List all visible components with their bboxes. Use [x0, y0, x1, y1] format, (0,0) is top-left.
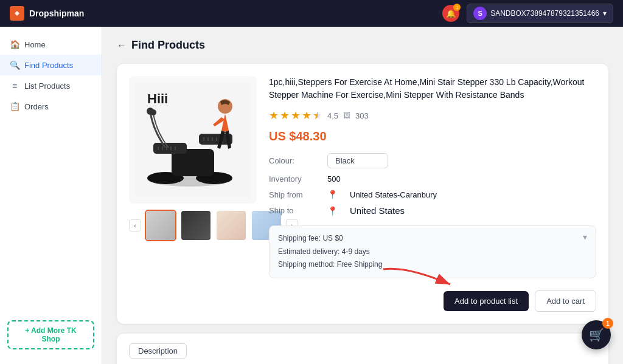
back-button[interactable]: ← [117, 40, 127, 51]
user-menu-button[interactable]: S SANDBOX738947879321351466 ▾ [467, 4, 613, 23]
logo-icon [10, 6, 24, 21]
add-shop-button[interactable]: + Add More TK Shop [7, 320, 94, 349]
star-half: ★★ [313, 109, 322, 122]
sidebar-item-home[interactable]: 🏠 Home [0, 34, 102, 55]
svg-point-20 [150, 109, 156, 115]
product-info: 1pc,hiii,Steppers For Exercise At Home,M… [269, 76, 596, 312]
star-4: ★ [302, 109, 312, 122]
colour-row: Colour: [269, 153, 596, 168]
star-3: ★ [291, 109, 301, 122]
shipping-delivery: Estimated delivery: 4-9 days [278, 246, 382, 259]
ship-from-location-icon: 📍 [327, 190, 338, 199]
rating-value: 4.5 [327, 111, 338, 120]
review-icon: 🖼 [343, 111, 350, 120]
ship-from-value: United States-Caranbury [350, 190, 437, 199]
shipping-details: Shipping fee: US $0 Estimated delivery: … [278, 232, 382, 272]
sidebar-item-list-products-label: List Products [24, 81, 70, 91]
product-card: Hiii [117, 64, 608, 324]
inventory-value: 500 [327, 174, 341, 184]
cart-icon: 🛒 [589, 328, 604, 342]
user-name: SANDBOX738947879321351466 [490, 9, 599, 18]
main-product-image: Hiii [129, 76, 257, 204]
star-1: ★ [269, 109, 279, 122]
sidebar-item-list-products[interactable]: ≡ List Products [0, 75, 102, 96]
svg-text:Hiii: Hiii [147, 91, 168, 106]
thumbnail-prev-button[interactable]: ‹ [129, 219, 141, 232]
product-title: 1pc,hiii,Steppers For Exercise At Home,M… [269, 76, 596, 101]
home-icon: 🏠 [10, 39, 19, 49]
shipping-expand-icon[interactable]: ▾ [583, 232, 587, 242]
star-2: ★ [280, 109, 290, 122]
list-icon: ≡ [10, 81, 19, 91]
colour-input[interactable] [327, 153, 388, 168]
product-price: US $48.30 [269, 129, 596, 143]
description-tab[interactable]: Description [129, 343, 187, 359]
rating-row: ★ ★ ★ ★ ★★ 4.5 🖼 303 [269, 109, 596, 122]
sidebar: 🏠 Home 🔍 Find Products ≡ List Products 📋… [0, 27, 102, 364]
ship-to-label: Ship to [269, 206, 318, 215]
ship-from-label: Ship from [269, 190, 318, 199]
description-card: Description • 【Dual Hydraulic Drive Syst… [117, 334, 608, 364]
cart-fab-button[interactable]: 🛒 1 [582, 320, 611, 349]
arrow-indicator [377, 263, 456, 296]
add-to-product-list-button[interactable]: Add to product list [444, 291, 529, 311]
thumbnail-row: ‹ › [129, 210, 257, 241]
notification-button[interactable]: 🔔 1 [442, 5, 459, 22]
ship-from-row: Ship from 📍 United States-Caranbury [269, 190, 596, 199]
product-details: Colour: Inventory 500 Ship from 📍 United… [269, 153, 596, 216]
ship-to-row: Ship to 📍 United States [269, 205, 596, 216]
sidebar-item-home-label: Home [24, 40, 46, 49]
thumbnail-1[interactable] [145, 210, 176, 241]
review-count: 303 [355, 111, 369, 120]
shipping-fee: Shipping fee: US $0 [278, 232, 382, 246]
notification-badge: 1 [453, 4, 461, 11]
search-icon: 🔍 [10, 60, 19, 70]
inventory-row: Inventory 500 [269, 174, 596, 184]
page-title: Find Products [131, 39, 205, 52]
colour-label: Colour: [269, 156, 318, 165]
app-header: Dropshipman 🔔 1 S SANDBOX738947879321351… [0, 0, 623, 27]
star-rating: ★ ★ ★ ★ ★★ [269, 109, 322, 122]
header-right: 🔔 1 S SANDBOX738947879321351466 ▾ [442, 4, 613, 23]
ship-to-value: United States [350, 205, 405, 216]
user-avatar: S [473, 7, 487, 20]
cart-badge: 1 [602, 318, 613, 329]
thumbnail-3[interactable] [215, 210, 247, 241]
logo: Dropshipman [10, 6, 84, 21]
sidebar-item-find-products[interactable]: 🔍 Find Products [0, 55, 102, 75]
chevron-down-icon: ▾ [603, 9, 607, 18]
add-to-cart-button[interactable]: Add to cart [535, 290, 596, 312]
image-gallery: Hiii [129, 76, 257, 312]
sidebar-item-find-products-label: Find Products [24, 61, 73, 70]
action-area: Add to product list Add to cart [269, 290, 596, 312]
logo-text: Dropshipman [29, 9, 84, 18]
shipping-method: Shipping method: Free Shipping [278, 258, 382, 272]
thumbnail-2[interactable] [180, 210, 212, 241]
page-header: ← Find Products [117, 39, 608, 52]
main-content: ← Find Products Hiii [102, 27, 623, 364]
orders-icon: 📋 [10, 101, 19, 111]
sidebar-item-orders[interactable]: 📋 Orders [0, 96, 102, 117]
sidebar-item-orders-label: Orders [24, 102, 49, 111]
ship-to-location-icon: 📍 [327, 206, 338, 216]
inventory-label: Inventory [269, 174, 318, 184]
